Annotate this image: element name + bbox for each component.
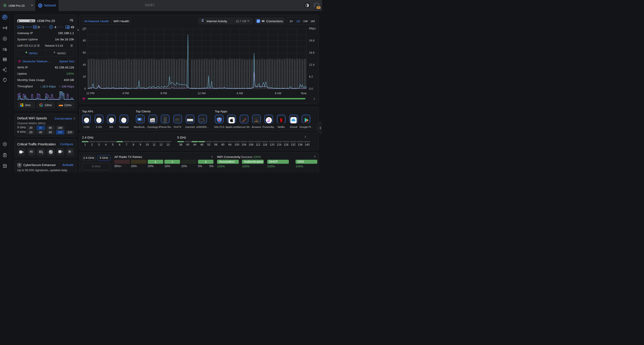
svg-text:T: T — [40, 151, 41, 153]
svg-text:a: a — [256, 118, 258, 122]
svg-text:CALLING: CALLING — [30, 152, 33, 153]
